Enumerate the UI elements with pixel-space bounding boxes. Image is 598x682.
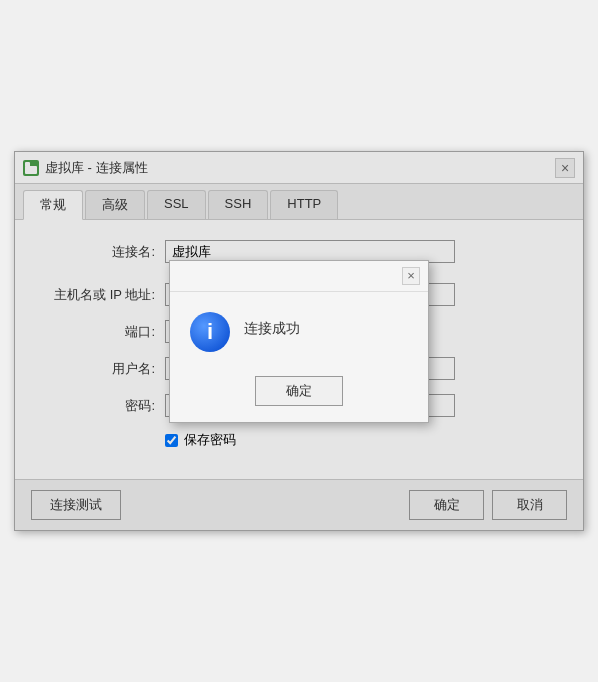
dialog-footer: 确定 bbox=[170, 368, 428, 422]
main-window: 虚拟库 - 连接属性 × 常规 高级 SSL SSH HTTP 连接名: 主机名… bbox=[14, 151, 584, 531]
dialog-message: 连接成功 bbox=[244, 312, 300, 338]
dialog-ok-button[interactable]: 确定 bbox=[255, 376, 343, 406]
dialog-body: i 连接成功 bbox=[170, 292, 428, 368]
dialog-close-button[interactable]: × bbox=[402, 267, 420, 285]
dialog-title-bar: × bbox=[170, 261, 428, 292]
success-dialog: × i 连接成功 确定 bbox=[169, 260, 429, 423]
dialog-info-icon: i bbox=[190, 312, 230, 352]
dialog-overlay: × i 连接成功 确定 bbox=[15, 152, 583, 530]
